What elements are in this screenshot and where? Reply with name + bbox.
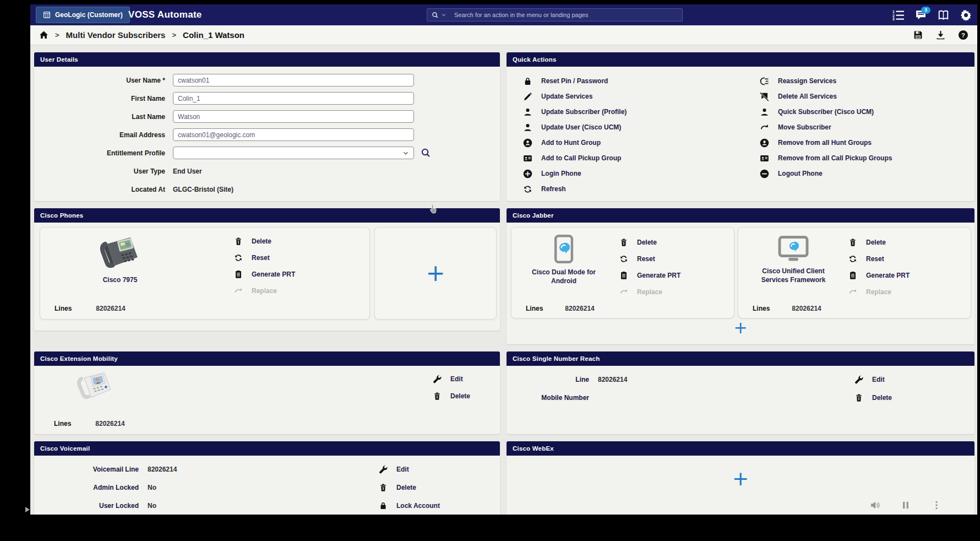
action-move-subscriber[interactable]: Move Subscriber xyxy=(760,120,892,135)
notifications-button[interactable]: 3 xyxy=(915,9,927,21)
entitlement-profile-select[interactable] xyxy=(173,147,414,159)
last-name-input[interactable] xyxy=(173,110,414,123)
action-update-user-cisco-ucm[interactable]: Update User (Cisco UCM) xyxy=(523,120,627,135)
numbered-list-button[interactable] xyxy=(892,9,904,21)
action-add-to-call-pickup-group[interactable]: Add to Call Pickup Group xyxy=(523,150,627,166)
line-row: Line 82026214 xyxy=(507,370,974,388)
lines-label: Lines xyxy=(54,420,71,428)
contact-card-icon xyxy=(760,154,769,163)
action-delete[interactable]: Delete xyxy=(234,233,295,250)
cisco-phones-panel: Cisco Phones xyxy=(34,208,500,331)
action-generate-prt[interactable]: Generate PRT xyxy=(848,267,910,284)
panel-title: Cisco Extension Mobility xyxy=(34,351,500,366)
field-label: Line xyxy=(507,376,589,383)
mobile-number-row: Mobile Number xyxy=(507,388,974,407)
documentation-button[interactable] xyxy=(938,9,949,21)
search-icon[interactable] xyxy=(421,148,431,158)
minus-circle-icon xyxy=(760,169,769,178)
add-jabber-button[interactable]: + xyxy=(507,320,974,336)
action-update-subscriber-profile[interactable]: Update Subscriber (Profile) xyxy=(523,104,627,120)
action-delete[interactable]: Delete xyxy=(848,234,910,251)
action-refresh[interactable]: Refresh xyxy=(523,181,627,197)
save-icon[interactable] xyxy=(913,30,923,40)
action-login-phone[interactable]: Login Phone xyxy=(523,166,627,181)
action-delete[interactable]: Delete xyxy=(433,387,470,404)
settings-button[interactable] xyxy=(960,9,972,21)
notification-badge: 3 xyxy=(921,7,930,14)
action-label: Lock Account xyxy=(396,502,440,510)
action-edit[interactable]: Edit xyxy=(379,460,440,478)
top-navigation-bar: GeoLogic (Customer) VOSS Automate 3 xyxy=(30,4,977,25)
action-remove-from-all-hunt-groups[interactable]: Remove from all Hunt Groups xyxy=(760,135,892,150)
cisco-voicemail-panel: Cisco Voicemail Voicemail Line 82026214 … xyxy=(34,441,500,515)
action-delete[interactable]: Delete xyxy=(379,478,440,496)
trash-icon xyxy=(854,393,863,402)
home-icon[interactable] xyxy=(39,30,48,40)
action-lock-account[interactable]: Lock Account xyxy=(379,496,440,515)
action-add-to-hunt-group[interactable]: Add to Hunt Group xyxy=(523,135,627,150)
action-generate-prt[interactable]: Generate PRT xyxy=(619,267,680,284)
monitor-icon xyxy=(777,235,809,263)
single-number-reach-actions-menu: EditDelete xyxy=(854,370,892,407)
redo-icon xyxy=(619,288,628,296)
action-label: Logout Phone xyxy=(778,170,823,177)
main-content: User Details User Name * First Name xyxy=(30,45,977,515)
user-name-input[interactable] xyxy=(173,74,414,86)
action-label: Delete xyxy=(252,237,271,245)
action-update-services[interactable]: Update Services xyxy=(523,89,627,104)
media-overlay-controls xyxy=(870,500,941,510)
org-selector-button[interactable]: GeoLogic (Customer) xyxy=(36,7,130,23)
plus-icon: + xyxy=(733,318,747,337)
pause-icon[interactable] xyxy=(901,500,911,510)
breadcrumb-current-page: Colin_1 Watson xyxy=(183,30,244,40)
action-delete[interactable]: Delete xyxy=(854,388,892,407)
jabber-device-card: Cisco Unified Client Services Framework … xyxy=(738,227,971,318)
action-label: Generate PRT xyxy=(252,270,295,278)
action-replace: Replace xyxy=(234,283,295,299)
action-logout-phone[interactable]: Logout Phone xyxy=(760,166,892,181)
action-delete-all-services[interactable]: Delete All Services xyxy=(760,89,892,104)
trash-icon xyxy=(619,238,628,247)
action-generate-prt[interactable]: Generate PRT xyxy=(234,266,295,283)
action-edit[interactable]: Edit xyxy=(854,370,892,388)
action-edit[interactable]: Edit xyxy=(433,370,470,387)
voicemail-actions-menu: EditDeleteLock Account xyxy=(379,460,440,515)
add-webex-button[interactable]: + xyxy=(507,456,974,489)
action-reassign-services[interactable]: Reassign Services xyxy=(760,73,892,89)
action-label: Replace xyxy=(637,288,662,296)
panel-title: Cisco Jabber xyxy=(507,208,974,223)
action-delete[interactable]: Delete xyxy=(619,234,680,251)
first-name-input[interactable] xyxy=(173,92,414,105)
more-options-icon[interactable] xyxy=(932,500,941,510)
clipboard-icon xyxy=(848,271,857,280)
field-label: Admin Locked xyxy=(34,484,139,491)
download-icon[interactable] xyxy=(935,30,946,40)
action-reset[interactable]: Reset xyxy=(848,251,910,267)
email-field[interactable] xyxy=(173,128,414,141)
speaker-icon[interactable] xyxy=(870,500,880,510)
action-label: Reset Pin / Password xyxy=(541,77,608,85)
action-reset-pin-password[interactable]: Reset Pin / Password xyxy=(523,73,627,89)
plus-icon: + xyxy=(426,262,445,285)
chevron-down-icon[interactable] xyxy=(441,12,447,18)
quick-actions-right-list: Reassign ServicesDelete All ServicesQuic… xyxy=(760,73,892,181)
action-label: Add to Call Pickup Group xyxy=(541,154,621,162)
action-remove-from-all-call-pickup-groups[interactable]: Remove from all Call Pickup Groups xyxy=(760,150,892,166)
action-reset[interactable]: Reset xyxy=(234,250,295,266)
refresh-icon xyxy=(848,255,857,263)
global-search-box[interactable] xyxy=(427,8,683,21)
lock-icon xyxy=(379,501,388,510)
search-icon xyxy=(432,12,439,19)
action-reset[interactable]: Reset xyxy=(619,251,680,267)
clipboard-icon xyxy=(619,271,628,280)
cisco-single-number-reach-panel: Cisco Single Number Reach Line 82026214 … xyxy=(507,351,974,434)
help-icon[interactable] xyxy=(958,30,968,40)
breadcrumb-separator: > xyxy=(55,31,59,39)
breadcrumb-multi-vendor-subscribers[interactable]: Multi Vendor Subscribers xyxy=(66,30,166,40)
global-search-input[interactable] xyxy=(453,11,678,19)
add-phone-button[interactable]: + xyxy=(374,227,497,320)
lock-icon xyxy=(523,77,532,86)
located-at-value: GLGC-Bristol (Site) xyxy=(173,186,233,193)
phone-device-card: Cisco 7975 DeleteResetGenerate PRTReplac… xyxy=(40,227,370,320)
action-quick-subscriber-cisco-ucm[interactable]: Quick Subscriber (Cisco UCM) xyxy=(760,104,892,120)
